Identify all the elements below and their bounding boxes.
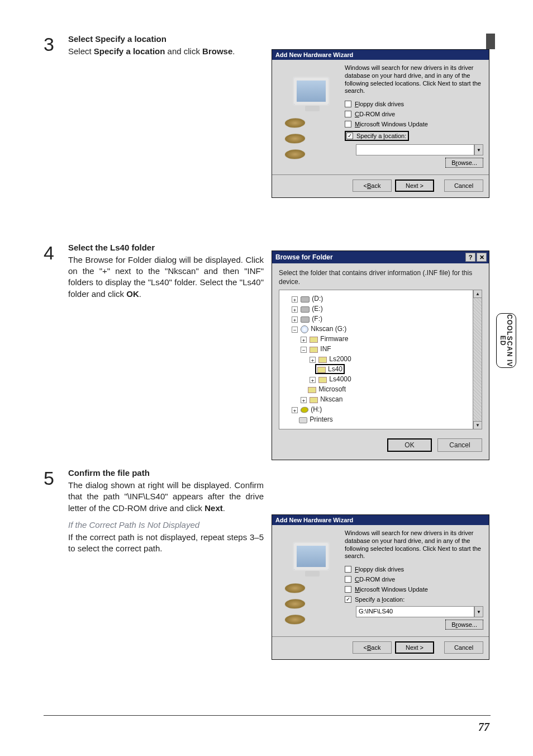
checkbox-cdrom[interactable]: CD-ROM drive — [345, 576, 483, 583]
step-title: Select the Ls40 folder — [68, 242, 264, 253]
checkbox-specify-highlighted[interactable]: Specify a location: — [345, 131, 409, 141]
tree-item[interactable]: Nkscan (G:) — [311, 325, 346, 333]
side-tab-coolscan: COOLSCAN IV ED — [496, 313, 516, 368]
wizard-dialog-1: Add New Hardware Wizard Windows will sea… — [272, 49, 489, 198]
checkbox-icon — [345, 101, 351, 107]
tree-item[interactable]: Firmware — [320, 335, 348, 343]
step-number: 3 — [44, 34, 59, 58]
step-body: The Browse for Folder dialog will be dis… — [68, 254, 264, 300]
wizard-description: Windows will search for new drivers in i… — [345, 530, 483, 560]
checkbox-icon — [346, 133, 353, 139]
tree-item[interactable]: (E:) — [312, 305, 322, 313]
tree-item[interactable]: (H:) — [311, 405, 322, 413]
checkbox-icon — [345, 596, 351, 603]
removable-icon — [301, 407, 309, 413]
next-button[interactable]: Next > — [395, 641, 434, 654]
browse-button[interactable]: Browse... — [445, 620, 483, 630]
wizard-graphic — [278, 64, 339, 168]
checkbox-icon — [345, 586, 351, 593]
step-subbody: If the correct path is not displayed, re… — [68, 532, 264, 555]
tree-item[interactable]: INF — [320, 345, 331, 353]
side-tab-label: COOLSCAN IV ED — [499, 314, 513, 367]
scrollbar[interactable]: ▲ ▼ — [473, 290, 482, 429]
checkbox-icon — [345, 111, 351, 117]
checkbox-icon — [345, 121, 351, 127]
tree-item-selected[interactable]: Ls40 — [315, 364, 345, 374]
checkbox-msupdate[interactable]: Microsoft Windows Update — [345, 586, 483, 593]
checkbox-label: loppy disk drives — [359, 101, 404, 107]
back-button[interactable]: < Back — [353, 179, 392, 192]
tree-item[interactable]: Ls2000 — [329, 355, 351, 363]
step-subheading: If the Correct Path Is Not Displayed — [68, 519, 264, 531]
wizard-dialog-2: Add New Hardware Wizard Windows will sea… — [272, 514, 489, 660]
footer-rule — [44, 715, 491, 716]
checkbox-floppy[interactable]: Floppy disk drives — [345, 101, 483, 107]
dropdown-arrow-icon[interactable]: ▼ — [474, 144, 483, 155]
page-number: 77 — [478, 721, 489, 734]
tree-item[interactable]: (D:) — [312, 295, 323, 303]
checkbox-specify[interactable]: Specify a location: — [345, 596, 483, 603]
step-body: Select Specify a location and click Brow… — [68, 46, 264, 57]
checkbox-floppy[interactable]: Floppy disk drives — [345, 566, 483, 573]
step-number: 4 — [44, 242, 59, 300]
folder-tree[interactable]: + (D:) + (E:) + (F:) − Nkscan (G:) + Fir… — [279, 290, 482, 429]
wizard-title: Add New Hardware Wizard — [272, 515, 489, 525]
checkbox-msupdate[interactable]: Microsoft Windows Update — [345, 121, 483, 127]
back-button[interactable]: < Back — [353, 641, 392, 654]
scroll-up-icon[interactable]: ▲ — [473, 290, 482, 298]
path-input[interactable] — [356, 144, 474, 155]
browse-folder-dialog: Browse for Folder ? ✕ Select the folder … — [272, 251, 489, 460]
step-title: Select Specify a location — [68, 34, 264, 45]
cd-icon — [301, 325, 308, 333]
wizard-description: Windows will search for new drivers in i… — [345, 64, 483, 95]
wizard-title: Add New Hardware Wizard — [272, 50, 489, 60]
checkbox-label: icrosoft Windows Update — [360, 121, 428, 127]
path-input[interactable]: G:\INF\LS40 — [356, 606, 474, 617]
checkbox-icon — [345, 566, 351, 573]
dialog-title: Browse for Folder — [275, 253, 333, 261]
cancel-button[interactable]: Cancel — [444, 179, 483, 192]
step-number: 5 — [44, 467, 59, 555]
checkbox-label: D-ROM drive — [359, 111, 395, 117]
tree-item[interactable]: Microsoft — [318, 385, 346, 393]
wizard-graphic — [278, 530, 339, 630]
next-button[interactable]: Next > — [395, 179, 434, 192]
cancel-button[interactable]: Cancel — [444, 641, 483, 654]
help-button-icon[interactable]: ? — [465, 253, 475, 262]
cancel-button[interactable]: Cancel — [437, 438, 482, 452]
checkbox-cdrom[interactable]: CD-ROM drive — [345, 111, 483, 117]
dialog-instruction: Select the folder that contains driver i… — [272, 263, 489, 290]
printer-icon — [299, 417, 307, 423]
step-body: The dialog shown at right will be displa… — [68, 480, 264, 514]
dropdown-arrow-icon[interactable]: ▼ — [474, 606, 483, 617]
tree-item[interactable]: (F:) — [312, 315, 322, 323]
step-title: Confirm the file path — [68, 467, 264, 479]
tree-item[interactable]: Printers — [310, 415, 332, 423]
ok-button[interactable]: OK — [387, 438, 432, 452]
scroll-down-icon[interactable]: ▼ — [473, 421, 482, 429]
close-button-icon[interactable]: ✕ — [477, 253, 487, 262]
tree-item[interactable]: Ls4000 — [329, 375, 351, 383]
tree-item[interactable]: Nkscan — [320, 395, 342, 403]
browse-button[interactable]: Browse... — [445, 158, 483, 168]
checkbox-icon — [345, 576, 351, 583]
